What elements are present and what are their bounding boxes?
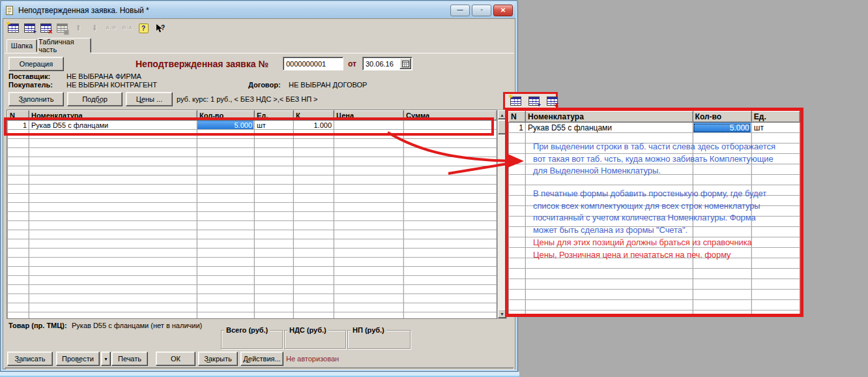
table-cell[interactable] [294, 166, 334, 175]
table-cell[interactable] [509, 300, 526, 310]
table-cell[interactable] [8, 239, 29, 249]
table-cell[interactable] [404, 157, 497, 166]
print-button[interactable]: Печать [111, 352, 148, 366]
table-cell[interactable] [509, 185, 526, 196]
save-button[interactable]: З̲аписать [7, 352, 53, 366]
move-down-icon[interactable]: ⬇ [88, 22, 101, 34]
tab-shapka[interactable]: Шапка [7, 39, 37, 52]
table-cell[interactable] [509, 175, 526, 185]
ok-button[interactable]: ОК [156, 352, 195, 366]
table-cell[interactable] [526, 310, 693, 314]
table-cell[interactable] [8, 157, 29, 166]
table-cell[interactable] [334, 258, 404, 267]
table-cell[interactable] [509, 196, 526, 206]
table-cell[interactable] [509, 206, 526, 217]
table-cell[interactable] [334, 230, 404, 239]
table-cell[interactable] [255, 285, 294, 294]
table-cell[interactable] [197, 312, 255, 320]
selected-cell[interactable]: 5.000 [197, 121, 255, 130]
table-cell[interactable] [294, 312, 334, 320]
table-cell[interactable] [255, 194, 294, 203]
table-cell[interactable] [334, 267, 404, 276]
table-cell[interactable] [8, 175, 29, 185]
table-cell[interactable] [197, 139, 255, 148]
table-cell[interactable] [29, 276, 197, 285]
table-cell[interactable] [8, 139, 29, 148]
delete-row-icon[interactable]: ✕ [545, 95, 558, 107]
table-cell[interactable] [509, 154, 526, 164]
table-cell[interactable] [404, 258, 497, 267]
table-cell[interactable] [29, 239, 197, 249]
doc-number-field[interactable]: 0000000001 [283, 57, 343, 70]
table-cell[interactable]: 1.000 [294, 121, 334, 130]
table-cell[interactable] [8, 312, 29, 320]
table-cell[interactable] [197, 258, 255, 267]
table-cell[interactable] [509, 143, 526, 154]
new-row-icon[interactable]: ✶ [509, 95, 522, 107]
table-cell[interactable] [255, 276, 294, 285]
table-cell[interactable] [294, 258, 334, 267]
help-icon[interactable]: ? [137, 22, 150, 34]
table-cell[interactable] [197, 148, 255, 157]
table-cell[interactable] [197, 194, 255, 203]
titlebar[interactable]: Неподтвержденная заявка. Новый * — ▫ ✕ [3, 2, 515, 18]
table-cell[interactable] [404, 303, 497, 312]
table-cell[interactable] [509, 237, 526, 248]
table-cell[interactable] [294, 285, 334, 294]
table-cell[interactable] [197, 157, 255, 166]
table-cell[interactable] [509, 290, 526, 300]
table-cell[interactable] [404, 203, 497, 212]
table-cell[interactable] [197, 294, 255, 303]
add-row-icon[interactable]: + [23, 22, 36, 34]
selected-cell[interactable]: 5.000 [693, 123, 751, 133]
table-cell[interactable] [29, 203, 197, 212]
table-cell[interactable] [751, 290, 800, 300]
table-cell[interactable] [404, 230, 497, 239]
table-cell[interactable] [294, 139, 334, 148]
table-cell[interactable] [197, 212, 255, 221]
table-cell[interactable] [29, 185, 197, 194]
table-cell[interactable] [255, 294, 294, 303]
table-cell[interactable] [509, 133, 526, 143]
context-help-icon[interactable]: ? [153, 22, 166, 34]
table-cell[interactable] [404, 221, 497, 230]
table-cell[interactable] [197, 221, 255, 230]
table-cell[interactable] [255, 175, 294, 185]
table-cell[interactable] [334, 285, 404, 294]
table-cell[interactable] [334, 312, 404, 320]
table-cell[interactable] [29, 212, 197, 221]
table-cell[interactable] [404, 239, 497, 249]
table-cell[interactable]: 1 [509, 123, 526, 133]
table-cell[interactable] [526, 279, 693, 290]
table-cell[interactable] [334, 276, 404, 285]
table-cell[interactable] [8, 194, 29, 203]
add-row-icon[interactable]: + [527, 95, 540, 107]
table-cell[interactable] [404, 312, 497, 320]
table-cell[interactable] [8, 267, 29, 276]
table-cell[interactable] [29, 148, 197, 157]
actions-button[interactable]: Д̲ействия... [240, 352, 283, 366]
table-cell[interactable] [404, 130, 497, 139]
table-cell[interactable] [255, 239, 294, 249]
table-cell[interactable] [29, 166, 197, 175]
table-cell[interactable] [294, 157, 334, 166]
table-cell[interactable] [8, 303, 29, 312]
table-cell[interactable] [334, 175, 404, 185]
table-cell[interactable] [8, 130, 29, 139]
table-cell[interactable]: шт [751, 123, 800, 133]
table-cell[interactable] [294, 194, 334, 203]
table-cell[interactable] [404, 294, 497, 303]
table-cell[interactable] [509, 227, 526, 237]
table-cell[interactable] [197, 239, 255, 249]
table-cell[interactable] [294, 203, 334, 212]
post-dropdown-icon[interactable]: ▼ [101, 352, 111, 366]
table-cell[interactable] [404, 175, 497, 185]
move-up-icon[interactable]: ⬆ [72, 22, 85, 34]
table-cell[interactable] [29, 194, 197, 203]
table-cell[interactable] [751, 310, 800, 314]
table-cell[interactable] [334, 139, 404, 148]
table-cell[interactable] [8, 294, 29, 303]
table-cell[interactable] [334, 221, 404, 230]
table-cell[interactable] [8, 230, 29, 239]
table-cell[interactable] [294, 212, 334, 221]
